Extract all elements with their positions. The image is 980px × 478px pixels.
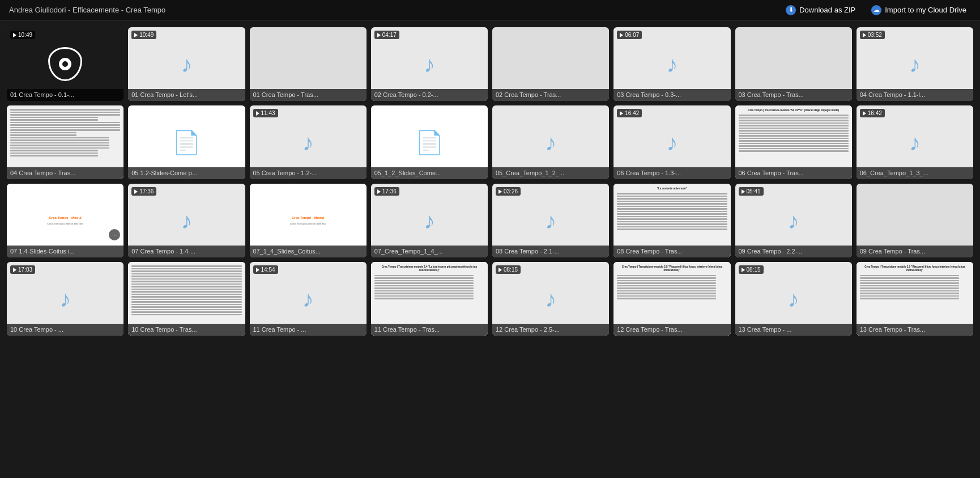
- play-icon: [13, 33, 16, 37]
- list-item[interactable]: Crea Tempo | Trascrizione modulo 2.4 "La…: [371, 262, 488, 336]
- list-item[interactable]: 10 Crea Tempo - Tras...: [128, 262, 245, 336]
- item-label: 03 Crea Tempo - 0.3-...: [613, 89, 730, 101]
- list-item[interactable]: ♪ 16:42 06 Crea Tempo - 1.3-...: [613, 105, 730, 179]
- grid-container: 10:49 01 Crea Tempo - 0.1-... ♪ 10:49 01…: [0, 20, 980, 478]
- list-item[interactable]: ♪ 17:36 07_Crea_Tempo_1_4_...: [371, 184, 488, 257]
- play-icon: [134, 33, 138, 37]
- play-icon: [498, 189, 502, 194]
- duration-badge: 11:43: [253, 109, 278, 117]
- download-zip-button[interactable]: ⬇ Download as ZIP: [781, 3, 860, 18]
- duration-badge: 17:36: [374, 187, 399, 196]
- music-icon: ♪: [788, 208, 799, 234]
- download-icon: ⬇: [786, 5, 796, 15]
- duration-badge: 14:54: [253, 265, 278, 274]
- item-label: 04 Crea Tempo - 1.1-l...: [857, 89, 973, 101]
- item-label: 05_1_2_Slides_Come...: [371, 167, 488, 179]
- list-item[interactable]: "La costante universale" 08 Crea Tempo -…: [613, 184, 730, 257]
- list-item[interactable]: 04 Crea Tempo - Tras...: [7, 105, 123, 179]
- item-label: 01 Crea Tempo - Let's...: [128, 89, 245, 101]
- play-icon: [863, 111, 866, 116]
- duration-badge: 10:49: [10, 31, 35, 39]
- list-item[interactable]: ♪ 10:49 01 Crea Tempo - Let's...: [128, 27, 245, 101]
- item-label: 07_1_4_Slides_Coitus...: [250, 246, 367, 257]
- duration-text: 17:36: [382, 188, 397, 194]
- list-item[interactable]: Crea Tempo | Trascrizione modulo 2.5 "Ri…: [857, 262, 973, 336]
- duration-text: 16:42: [868, 110, 882, 116]
- item-label: 09 Crea Tempo - Tras...: [857, 246, 973, 257]
- header-title: Andrea Giuliodori - Efficacemente - Crea…: [9, 6, 165, 14]
- list-item[interactable]: ♪ 08:15 13 Crea Tempo - ...: [735, 262, 852, 336]
- list-item[interactable]: ♪ 08:15 12 Crea Tempo - 2.5-...: [492, 262, 609, 336]
- duration-badge: 17:36: [131, 187, 156, 196]
- list-item[interactable]: Crea Tempo | Trascrizione modulo "Si, ca…: [735, 105, 852, 179]
- list-item[interactable]: ♪ 11:43 05 Crea Tempo - 1.2-...: [250, 105, 367, 179]
- cloud-icon: ☁: [871, 5, 881, 15]
- duration-text: 05:41: [747, 188, 761, 194]
- music-icon: ♪: [909, 130, 921, 155]
- duration-text: 06:07: [625, 32, 639, 38]
- item-label: 10 Crea Tempo - Tras...: [128, 324, 245, 336]
- item-label: 07 1.4-Slides-Coitus i...: [7, 246, 123, 257]
- duration-badge: 08:15: [739, 265, 764, 274]
- play-icon: [863, 33, 866, 37]
- list-item[interactable]: ♪ 17:36 07 Crea Tempo - 1.4-...: [128, 184, 245, 257]
- list-item[interactable]: ♪ 03:52 04 Crea Tempo - 1.1-l...: [857, 27, 973, 101]
- duration-badge: 16:42: [860, 109, 885, 117]
- list-item[interactable]: ♪ 14:54 11 Crea Tempo - ...: [250, 262, 367, 336]
- duration-text: 17:03: [18, 267, 32, 273]
- item-label: 02 Crea Tempo - 0.2-...: [371, 89, 488, 101]
- list-item[interactable]: 📄 05 1.2-Slides-Come p...: [128, 105, 245, 179]
- music-icon: ♪: [666, 52, 678, 77]
- duration-badge: 06:07: [617, 31, 642, 39]
- item-label: 01 Crea Tempo - 0.1-...: [7, 89, 123, 101]
- duration-badge: 05:41: [739, 187, 764, 196]
- list-item[interactable]: 09 Crea Tempo - Tras...: [857, 184, 973, 257]
- list-item[interactable]: 📄 05_1_2_Slides_Come...: [371, 105, 488, 179]
- list-item[interactable]: ♪ 05_Crea_Tempo_1_2_...: [492, 105, 609, 179]
- play-icon: [742, 268, 745, 272]
- duration-text: 08:15: [504, 267, 518, 273]
- duration-text: 04:17: [382, 32, 397, 38]
- list-item[interactable]: Crea Tempo - Modul Coitus interruptus (l…: [7, 184, 123, 257]
- list-item[interactable]: Crea Tempo - Modul Coitus interruptus (l…: [250, 184, 367, 257]
- play-icon: [13, 268, 16, 272]
- item-label: 09 Crea Tempo - 2.2-...: [735, 246, 852, 257]
- item-label: 07 Crea Tempo - 1.4-...: [128, 246, 245, 257]
- list-item[interactable]: 02 Crea Tempo - Tras...: [492, 27, 609, 101]
- duration-text: 03:52: [868, 32, 882, 38]
- file-icon: 📄: [172, 129, 201, 156]
- duration-text: 14:54: [261, 267, 275, 273]
- list-item[interactable]: Crea Tempo | Trascrizione modulo 2.5 "Ri…: [613, 262, 730, 336]
- eye-icon: [48, 47, 82, 81]
- play-icon: [377, 33, 381, 37]
- duration-text: 03:26: [504, 188, 518, 194]
- list-item[interactable]: ♪ 04:17 02 Crea Tempo - 0.2-...: [371, 27, 488, 101]
- list-item[interactable]: 03 Crea Tempo - Tras...: [735, 27, 852, 101]
- header-actions: ⬇ Download as ZIP ☁ Import to my Cloud D…: [781, 3, 971, 18]
- item-label: 13 Crea Tempo - ...: [735, 324, 852, 336]
- play-icon: [134, 189, 138, 194]
- list-item[interactable]: ♪ 17:03 10 Crea Tempo - ...: [7, 262, 123, 336]
- duration-badge: 04:17: [374, 31, 399, 39]
- item-label: 02 Crea Tempo - Tras...: [492, 89, 609, 101]
- list-item[interactable]: ♪ 06:07 03 Crea Tempo - 0.3-...: [613, 27, 730, 101]
- item-label: 05 1.2-Slides-Come p...: [128, 167, 245, 179]
- item-label: 08 Crea Tempo - Tras...: [613, 246, 730, 257]
- duration-badge: 08:15: [496, 265, 521, 274]
- list-item[interactable]: 01 Crea Tempo - Tras...: [250, 27, 367, 101]
- list-item[interactable]: ♪ 16:42 06_Crea_Tempo_1_3_...: [857, 105, 973, 179]
- item-label: 04 Crea Tempo - Tras...: [7, 167, 123, 179]
- list-item[interactable]: ♪ 05:41 09 Crea Tempo - 2.2-...: [735, 184, 852, 257]
- duration-badge: 03:52: [860, 31, 885, 39]
- music-icon: ♪: [545, 286, 556, 312]
- music-icon: ♪: [788, 286, 799, 312]
- import-cloud-button[interactable]: ☁ Import to my Cloud Drive: [867, 3, 971, 18]
- item-label: 06 Crea Tempo - 1.3-...: [613, 167, 730, 179]
- duration-text: 11:43: [261, 110, 275, 116]
- item-label: 06 Crea Tempo - Tras...: [735, 167, 852, 179]
- music-icon: ♪: [181, 208, 192, 234]
- list-item[interactable]: ♪ 03:26 08 Crea Tempo - 2.1-...: [492, 184, 609, 257]
- music-icon: ♪: [424, 208, 435, 234]
- music-icon: ♪: [59, 286, 71, 312]
- list-item[interactable]: 10:49 01 Crea Tempo - 0.1-...: [7, 27, 123, 101]
